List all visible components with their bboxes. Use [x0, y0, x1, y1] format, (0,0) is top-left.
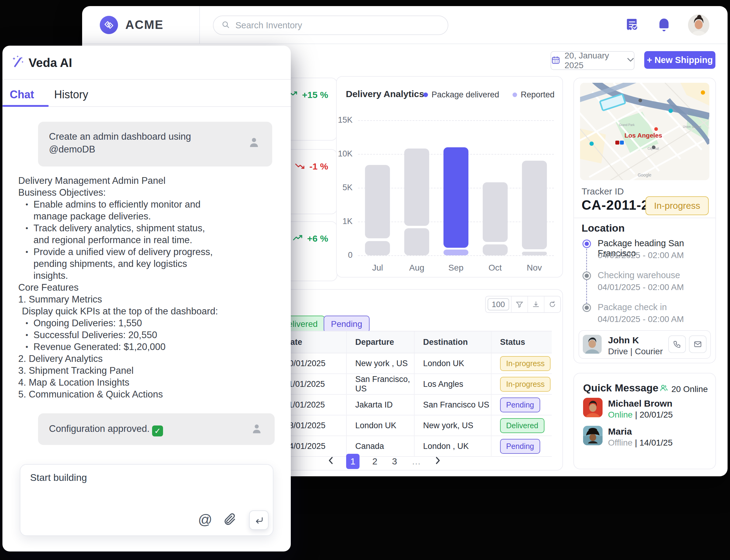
bar-reported-oct: [483, 244, 508, 255]
tracker-id-label: Tracker ID: [581, 186, 624, 197]
ai-response-line: Business Objectives:: [18, 187, 262, 198]
x-axis-label: Aug: [397, 263, 436, 273]
kpi-delta: -1 %: [295, 161, 328, 172]
column-header-destination: Destination: [414, 331, 491, 353]
user-person-icon: [247, 135, 261, 151]
y-axis-tick: 10K: [337, 149, 353, 159]
filter-chip-pending[interactable]: Pending: [324, 316, 369, 333]
y-axis-tick: 15K: [337, 115, 353, 125]
call-button[interactable]: [668, 335, 686, 353]
bar-delivered-nov: [522, 161, 547, 249]
contact-status: Online: [608, 410, 633, 419]
page-size-selector[interactable]: 100: [487, 298, 509, 310]
top-navigation-bar: ACME: [82, 6, 728, 44]
user-message-bubble: Create an admin dashboard using@demoDB: [38, 122, 272, 166]
cell-status: Delivered: [491, 415, 552, 436]
table-row[interactable]: 08/01/2025London UKNew york, USDelivered: [276, 415, 552, 436]
table-toolbar: 100: [485, 296, 561, 313]
timeline-dot: [582, 240, 591, 248]
y-axis-tick: 1K: [337, 217, 353, 226]
attachment-icon[interactable]: [222, 512, 237, 528]
approval-message-bubble: Configuration approved.✓: [38, 413, 275, 445]
mail-button[interactable]: [689, 335, 707, 353]
timeline-dot: [582, 303, 591, 312]
y-axis-tick: 5K: [337, 183, 353, 192]
bar-reported-jul: [365, 241, 390, 255]
shipments-table-card: 100 DeliveredPending DateDepartureDestin…: [265, 289, 563, 471]
chevron-down-icon: [627, 58, 634, 63]
mention-icon[interactable]: @: [196, 511, 214, 528]
user-avatar[interactable]: [688, 14, 709, 36]
tracker-id-value: CA-2011-2: [581, 198, 649, 213]
gridline: [358, 120, 554, 121]
page-3[interactable]: 3: [390, 456, 399, 467]
ai-response-line: Enable admins to efficiently monitor and: [18, 198, 262, 210]
cell-status: In-progress: [491, 374, 552, 394]
gridline: [358, 255, 554, 256]
chat-input-card: Start building @: [20, 464, 274, 536]
notifications-bell-icon[interactable]: [657, 17, 671, 33]
user-message-text: Create an admin dashboard using@demoDB: [49, 130, 191, 156]
ai-response-line: Track delivery analytics, shipment statu…: [18, 222, 262, 234]
search-input[interactable]: [235, 20, 440, 31]
ai-response-line: 1. Summary Metrics: [18, 293, 262, 305]
contact-michael-brown[interactable]: Michael BrownOnline | 20/01/25: [583, 398, 709, 420]
chat-input[interactable]: Start building: [30, 471, 225, 509]
kpi-delta: +15 %: [288, 90, 328, 100]
page-ellipsis: …: [410, 456, 422, 467]
divider: [2, 79, 291, 80]
separator: |: [632, 438, 639, 447]
courier-card: John K Drive | Courier: [578, 330, 711, 359]
chat-panel-title: Veda AI: [29, 56, 72, 70]
status-badge: Delivered: [500, 418, 544, 433]
kpi-delta: +6 %: [293, 233, 328, 244]
tasks-icon[interactable]: [624, 17, 640, 33]
new-shipping-button[interactable]: + New Shipping: [644, 51, 715, 69]
calendar-icon: [551, 55, 560, 66]
ai-response-line: Successful Deliveries: 20,550: [18, 329, 262, 341]
user-message-line: @demoDB: [49, 143, 191, 156]
date-picker[interactable]: 20, January 2025: [550, 51, 634, 70]
contact-name: Michael Brown: [608, 398, 672, 409]
location-title: Location: [581, 222, 625, 234]
kpi-delta-value: +6 %: [307, 233, 328, 244]
active-tab-underline: [2, 105, 49, 107]
screenshot-stage: ACME: [0, 0, 730, 560]
magic-wand-icon: [11, 55, 26, 71]
courier-name: John K: [608, 335, 639, 345]
page-prev[interactable]: [326, 456, 335, 467]
trend-up-icon: [293, 233, 304, 244]
contact-avatar: [583, 426, 602, 445]
page-next[interactable]: [433, 456, 442, 467]
download-icon[interactable]: [527, 296, 544, 312]
legend-item: Reported: [512, 90, 554, 100]
tab-history[interactable]: History: [54, 88, 88, 101]
ai-response-line: Delivery Management Admin Panel: [18, 175, 262, 187]
status-badge: Pending: [500, 397, 540, 412]
quick-message-title: Quick Message: [583, 382, 658, 394]
chart-title: Delivery Analytics: [346, 89, 424, 99]
x-axis-label: Nov: [515, 263, 554, 273]
courier-avatar: [583, 335, 602, 354]
timeline-datetime: 04/01/2025 - 02:00 AM: [598, 250, 684, 260]
ai-response-line: 2. Delivery Analytics: [18, 353, 262, 365]
table-row[interactable]: 11/01/2025Jakarta IDSan Francisco USPend…: [276, 395, 552, 415]
send-enter-button[interactable]: [249, 510, 269, 530]
contact-name: Maria: [608, 426, 632, 437]
tab-chat[interactable]: Chat: [10, 88, 34, 101]
online-count: 20 Online: [659, 383, 708, 395]
table-row[interactable]: 10/01/2025New york , USLondon UKIn-progr…: [276, 353, 552, 374]
page-2[interactable]: 2: [370, 456, 379, 467]
table-row[interactable]: 11/01/2025San Francisco, USLos AnglesIn-…: [276, 374, 552, 395]
page-1[interactable]: 1: [346, 454, 360, 469]
filter-icon[interactable]: [511, 296, 527, 312]
bar-delivered-jul: [365, 165, 390, 239]
refresh-icon[interactable]: [544, 296, 560, 312]
delivery-analytics-card: Delivery Analytics Package deliveredRepo…: [336, 76, 563, 278]
legend-label: Reported: [521, 90, 554, 100]
timeline-title: Checking warehouse: [598, 270, 680, 280]
bar-delivered-aug: [404, 149, 429, 226]
map[interactable]: Grand Park Union Station City Hall Los A…: [580, 83, 709, 180]
contact-maria[interactable]: MariaOffline | 14/01/25: [583, 426, 709, 448]
cell: San Francisco US: [414, 395, 491, 415]
